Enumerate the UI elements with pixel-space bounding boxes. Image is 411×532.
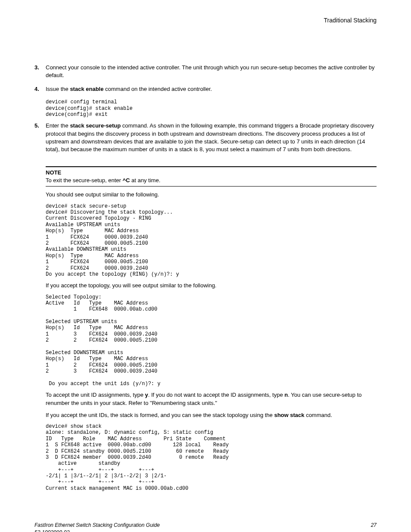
- note-label: NOTE: [46, 169, 377, 177]
- paragraph-3: To accept the unit ID assignments, type …: [46, 391, 377, 407]
- code-block-2: device# stack secure-setup device# Disco…: [46, 203, 377, 278]
- p4c: command.: [305, 412, 332, 418]
- note-box: NOTE To exit the secure-setup, enter ^C …: [46, 166, 377, 187]
- p4b: show stack: [274, 412, 304, 418]
- footer-title: FastIron Ethernet Switch Stacking Config…: [34, 522, 160, 529]
- code-block-3: Selected Topology: Active Id Type MAC Ad…: [46, 294, 377, 387]
- paragraph-2: If you accept the topology, you will see…: [46, 282, 377, 289]
- footer-left: FastIron Ethernet Switch Stacking Config…: [34, 522, 160, 532]
- text-a: Enter the: [46, 122, 70, 129]
- footer-docnum: 53-1003090-02: [34, 529, 160, 532]
- bold-command: stack enable: [70, 86, 103, 92]
- text-b: command on the intended active controlle…: [103, 86, 212, 92]
- note-text: To exit the secure-setup, enter ^C at an…: [46, 177, 377, 184]
- step-number: 3.: [34, 64, 46, 79]
- code-block-4: device# show stack alone: standalone, D:…: [46, 423, 377, 492]
- step-number: 5.: [34, 122, 46, 153]
- step-text: Connect your console to the intended act…: [46, 64, 377, 79]
- footer-page-number: 27: [371, 522, 377, 532]
- step-text: Enter the stack secure-setup command. As…: [46, 122, 377, 153]
- page-footer: FastIron Ethernet Switch Stacking Config…: [34, 522, 377, 532]
- paragraph-1: You should see output similar to the fol…: [46, 191, 377, 199]
- p3a: To accept the unit ID assignments, type: [46, 392, 145, 398]
- step-5: 5. Enter the stack secure-setup command.…: [34, 122, 377, 153]
- paragraph-4: If you accept the unit IDs, the stack is…: [46, 411, 377, 419]
- code-block-1: device# config terminal device(config)# …: [46, 99, 377, 118]
- note-text-b: at any time.: [130, 177, 160, 184]
- p3c: . If you do not want to accept the ID as…: [148, 392, 285, 398]
- p3b: y: [145, 392, 148, 398]
- step-3: 3. Connect your console to the intended …: [34, 64, 377, 79]
- note-text-a: To exit the secure-setup, enter: [46, 177, 122, 184]
- step-4: 4. Issue the stack enable command on the…: [34, 85, 377, 93]
- p4a: If you accept the unit IDs, the stack is…: [46, 412, 274, 418]
- page-header-right: Traditional Stacking: [34, 16, 377, 25]
- step-list: 3. Connect your console to the intended …: [34, 64, 377, 93]
- text-a: Issue the: [46, 86, 70, 92]
- step-list-cont: 5. Enter the stack secure-setup command.…: [34, 122, 377, 153]
- note-bold: ^C: [122, 177, 130, 184]
- bold-command: stack secure-setup: [70, 122, 121, 129]
- step-number: 4.: [34, 85, 46, 93]
- step-text: Issue the stack enable command on the in…: [46, 85, 377, 93]
